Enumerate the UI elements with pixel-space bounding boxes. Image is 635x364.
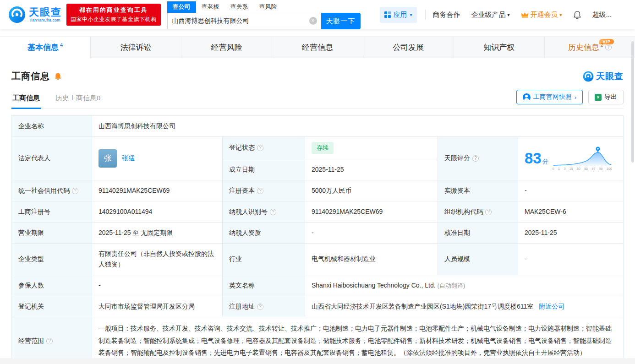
apps-label: 应用: [394, 11, 407, 19]
taxpayer-id-value: 91140291MAK25CEW69: [305, 201, 438, 222]
tab-basic-info[interactable]: 基本信息4: [0, 37, 90, 58]
promo-line1: 都在用的商业查询工具: [71, 6, 157, 14]
search-area: 查公司 查老板 查关系 查风险 × 天眼一下: [167, 0, 361, 29]
brand-domain: TianYanCha.com: [29, 18, 62, 22]
score-chart: 0131550859799100: [553, 147, 612, 170]
establish-date-value: 2025-11-25: [305, 159, 438, 180]
search-input[interactable]: [167, 13, 321, 29]
search-tab-relation[interactable]: 查关系: [225, 1, 254, 13]
staff-size-value: -: [518, 243, 624, 275]
snapshot-person-icon: [523, 93, 531, 101]
tianyancha-logo[interactable]: 天眼查 TianYanCha.com: [8, 6, 62, 23]
help-icon[interactable]: ?: [257, 188, 263, 194]
score-axis: 0131550859799100: [553, 167, 612, 170]
watermark-brand-name: 天眼查: [596, 71, 624, 82]
help-icon[interactable]: ?: [46, 338, 53, 344]
insured-count-value: -: [92, 275, 223, 296]
nav-business-coop[interactable]: 商务合作: [433, 11, 460, 19]
chevron-down-icon: ▾: [410, 12, 412, 17]
paid-capital-label: 实缴资本: [438, 180, 518, 201]
table-row: 营业期限 2025-11-25 至 无固定期限 纳税人资质 - 核准日期 202…: [12, 222, 624, 243]
apps-grid-icon: [384, 11, 391, 18]
page-footer-strip: [0, 358, 635, 364]
taxpayer-id-label: 纳税人识别号?: [223, 201, 305, 222]
subscribe-bell-icon[interactable]: [54, 72, 62, 81]
table-row: 登记机关 大同市市场监督管理局开发区分局 注册地址? 山西省大同经济技术开发区装…: [12, 296, 624, 317]
official-snapshot-button[interactable]: 工商官网快照 ›: [516, 90, 583, 104]
english-name-value: Shanxi Haibosichuang Technology Co., Ltd…: [305, 275, 624, 296]
tianyancha-logo-icon: [583, 71, 594, 82]
tab-operating-risk[interactable]: 经营风险: [181, 37, 272, 58]
legal-rep-link[interactable]: 张猛: [122, 153, 135, 163]
subtab-business-info[interactable]: 工商信息: [11, 91, 41, 109]
subtab-history-business-info[interactable]: 历史工商信息0: [55, 91, 101, 109]
top-nav: 商务合作 企业级产品 ▾ 开通会员 ▾ 超级...: [433, 11, 612, 19]
help-icon[interactable]: ?: [257, 145, 263, 151]
english-name-label: 英文名称: [223, 275, 305, 296]
help-icon[interactable]: ?: [270, 209, 276, 215]
nav-open-membership[interactable]: 开通会员 ▾: [521, 11, 562, 19]
top-header: 天眼查 TianYanCha.com 都在用的商业查询工具 国家中小企业发展子基…: [0, 0, 635, 29]
legal-rep-avatar[interactable]: 张: [99, 149, 117, 168]
help-icon[interactable]: ?: [72, 188, 78, 194]
auto-translate-note: (自动翻译): [438, 282, 465, 289]
export-button[interactable]: × 导出: [588, 90, 624, 104]
search-button[interactable]: 天眼一下: [321, 13, 361, 29]
nav-enterprise-products[interactable]: 企业级产品 ▾: [471, 11, 510, 19]
help-icon[interactable]: ?: [472, 155, 479, 162]
nav-super-vip[interactable]: 超级...: [592, 11, 612, 19]
tab-count: 2: [601, 42, 603, 48]
table-row: 工商注册号 14029100A011494 纳税人识别号? 91140291MA…: [12, 201, 624, 222]
legal-rep-value: 张 张猛: [92, 137, 223, 180]
insured-count-label: 参保人数: [12, 275, 92, 296]
reg-capital-label: 注册资本?: [223, 180, 305, 201]
status-badge: 存续: [312, 142, 334, 153]
company-nav-tabs: 基本信息4 法律诉讼 经营风险 经营信息 公司发展 知识产权 VIP 历史信息2…: [0, 36, 635, 58]
org-code-value: MAK25CEW-6: [518, 201, 624, 222]
tab-history-info[interactable]: VIP 历史信息2 ?: [544, 37, 635, 58]
chevron-down-icon: ▾: [508, 12, 510, 17]
business-scope-value: 一般项目：技术服务、技术开发、技术咨询、技术交流、技术转让、技术推广；电池制造；…: [92, 317, 624, 364]
tab-operating-info[interactable]: 经营信息: [272, 37, 362, 58]
reg-capital-value: 5000万人民币: [305, 180, 438, 201]
industry-value: 电气机械和器材制造业: [305, 243, 438, 275]
notification-bell-icon[interactable]: [573, 11, 581, 19]
nearby-companies-link[interactable]: 附近公司: [539, 303, 564, 310]
reg-authority-value: 大同市市场监督管理局开发区分局: [92, 296, 223, 317]
excel-icon: ×: [595, 94, 602, 101]
crown-icon: [521, 11, 529, 18]
search-tabs: 查公司 查老板 查关系 查风险: [167, 2, 361, 13]
clear-search-icon[interactable]: ×: [309, 17, 317, 25]
main-content: 工商信息 天眼查 工商信息 历史工商信息0 工商官网快照 ›: [0, 58, 635, 364]
reg-address-label: 注册地址?: [223, 296, 305, 317]
tab-legal-proceedings[interactable]: 法律诉讼: [90, 37, 181, 58]
company-name-label: 企业名称: [12, 116, 92, 137]
table-row: 统一社会信用代码? 91140291MAK25CEW69 注册资本? 5000万…: [12, 180, 624, 201]
taxpayer-quality-value: -: [305, 222, 438, 243]
search-tab-risk[interactable]: 查风险: [254, 1, 283, 13]
business-term-label: 营业期限: [12, 222, 92, 243]
help-icon[interactable]: ?: [257, 304, 263, 310]
table-row: 企业类型 有限责任公司（非自然人投资或控股的法人独资） 行业 电气机械和器材制造…: [12, 243, 624, 275]
reg-number-value: 14029100A011494: [92, 201, 223, 222]
help-icon[interactable]: ?: [485, 209, 492, 215]
taxpayer-quality-label: 纳税人资质: [223, 222, 305, 243]
table-row: 企业名称 山西海博思创科技有限公司: [12, 116, 624, 137]
chevron-down-icon: ▾: [560, 12, 562, 17]
business-info-table: 企业名称 山西海博思创科技有限公司 法定代表人 张 张猛 登记状态? 存续 天眼…: [11, 115, 624, 364]
help-icon[interactable]: ?: [605, 44, 612, 50]
header-divider: [425, 10, 426, 20]
apps-menu[interactable]: 应用 ▾: [380, 7, 417, 23]
tab-intellectual-property[interactable]: 知识产权: [454, 37, 544, 58]
reg-status-value: 存续: [305, 137, 438, 159]
tab-company-development[interactable]: 公司发展: [363, 37, 454, 58]
section-title: 工商信息: [11, 70, 50, 82]
tab-count: 4: [60, 42, 63, 48]
search-tab-boss[interactable]: 查老板: [196, 1, 225, 13]
page-scrollbar[interactable]: [631, 41, 634, 163]
reg-number-label: 工商注册号: [12, 201, 92, 222]
search-tab-company[interactable]: 查公司: [167, 1, 196, 13]
reg-address-value: 山西省大同经济技术开发区装备制造产业园区(S1地块)园荣街17号调度楼611室 …: [305, 296, 624, 317]
approval-date-label: 核准日期: [438, 222, 518, 243]
brand-name: 天眼查: [29, 7, 62, 18]
